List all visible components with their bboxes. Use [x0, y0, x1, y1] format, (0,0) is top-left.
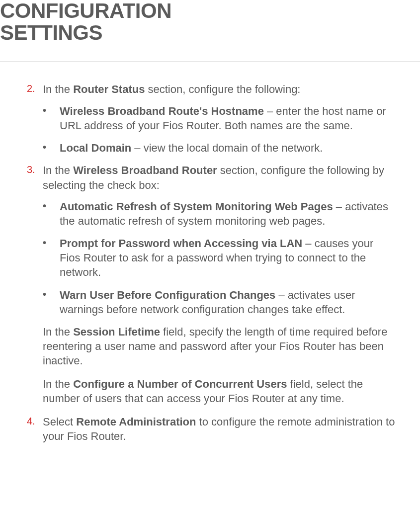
bullet-text: Local Domain – view the local domain of …	[60, 141, 395, 155]
bullet-item: • Prompt for Password when Accessing via…	[43, 236, 395, 279]
page-header: CONFIGURATION SETTINGS	[0, 0, 420, 58]
bullet-item: • Warn User Before Configuration Changes…	[43, 288, 395, 317]
step-number: 3.	[27, 163, 43, 192]
bullet-marker: •	[43, 288, 60, 317]
step-bold: Router Status	[73, 83, 145, 95]
step-number: 4.	[27, 415, 43, 444]
step-bold: Remote Administration	[76, 416, 196, 428]
step-lead: In the	[43, 83, 73, 95]
content: 2. In the Router Status section, configu…	[0, 62, 420, 444]
para-lead: In the	[43, 378, 73, 390]
bullet-item: • Automatic Refresh of System Monitoring…	[43, 199, 395, 228]
para-text: In the Session Lifetime field, specify t…	[43, 325, 395, 368]
bullet-bold: Prompt for Password when Accessing via L…	[60, 237, 302, 250]
para-bold: Session Lifetime	[73, 326, 160, 338]
step-2-bullets: • Wireless Broadband Route's Hostname – …	[43, 104, 395, 155]
para-lead: In the	[43, 326, 73, 338]
step-4: 4. Select Remote Administration to confi…	[27, 415, 395, 444]
step-3-bullets: • Automatic Refresh of System Monitoring…	[43, 199, 395, 316]
title-line-1: CONFIGURATION	[0, 0, 171, 22]
para-bold: Configure a Number of Concurrent Users	[73, 378, 287, 390]
step-3-para-1: In the Session Lifetime field, specify t…	[43, 325, 395, 368]
step-number: 2.	[27, 82, 43, 97]
bullet-item: • Wireless Broadband Route's Hostname – …	[43, 104, 395, 133]
bullet-marker: •	[43, 199, 60, 228]
page-title: CONFIGURATION SETTINGS	[0, 0, 420, 44]
bullet-marker: •	[43, 104, 60, 133]
step-2: 2. In the Router Status section, configu…	[27, 82, 395, 97]
bullet-bold: Automatic Refresh of System Monitoring W…	[60, 200, 333, 213]
bullet-bold: Wireless Broadband Route's Hostname	[60, 105, 264, 117]
step-lead: Select	[43, 416, 76, 428]
step-rest: section, configure the following:	[145, 83, 300, 95]
para-text: In the Configure a Number of Concurrent …	[43, 377, 395, 406]
bullet-text: Wireless Broadband Route's Hostname – en…	[60, 104, 395, 133]
step-text: In the Wireless Broadband Router section…	[43, 163, 395, 192]
bullet-bold: Warn User Before Configuration Changes	[60, 289, 275, 301]
bullet-rest: – view the local domain of the network.	[131, 142, 323, 154]
bullet-text: Warn User Before Configuration Changes –…	[60, 288, 395, 317]
bullet-text: Automatic Refresh of System Monitoring W…	[60, 199, 395, 228]
step-text: In the Router Status section, configure …	[43, 82, 395, 97]
bullet-bold: Local Domain	[60, 142, 131, 154]
step-3: 3. In the Wireless Broadband Router sect…	[27, 163, 395, 192]
step-lead: In the	[43, 164, 73, 176]
bullet-item: • Local Domain – view the local domain o…	[43, 141, 395, 155]
bullet-marker: •	[43, 141, 60, 155]
step-text: Select Remote Administration to configur…	[43, 415, 395, 444]
bullet-marker: •	[43, 236, 60, 279]
step-3-para-2: In the Configure a Number of Concurrent …	[43, 377, 395, 406]
bullet-text: Prompt for Password when Accessing via L…	[60, 236, 395, 279]
step-bold: Wireless Broadband Router	[73, 164, 217, 176]
title-line-2: SETTINGS	[0, 21, 102, 44]
